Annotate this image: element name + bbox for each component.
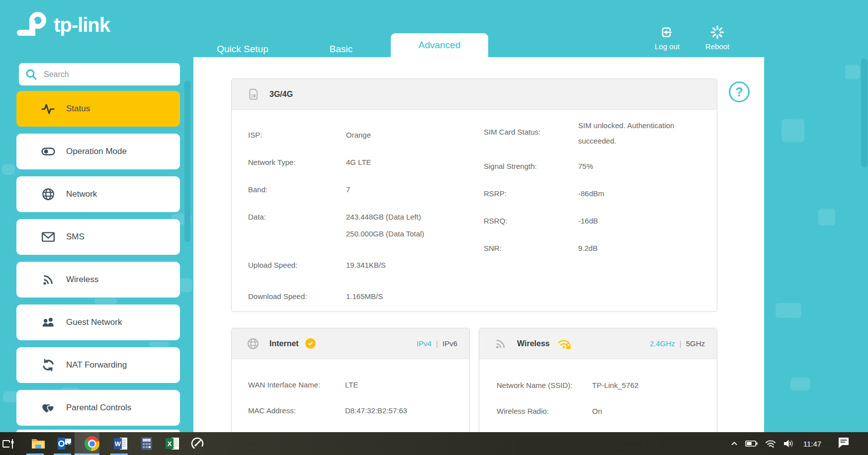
action-center-icon[interactable] [837,437,850,449]
gauge-app-icon[interactable] [187,434,207,454]
taskbar-clock[interactable]: 11:47 [797,432,827,455]
field-label: Wireless Radio: [497,407,549,415]
field-label: Band: [248,185,267,194]
field-label: Signal Strength: [484,162,537,170]
envelope-icon [41,230,55,244]
field-value: -86dBm [578,189,605,198]
people-icon [41,315,55,329]
field-value: 7 [346,185,350,194]
field-label: SNR: [484,244,502,252]
field-label: Download Speed: [248,292,307,301]
sidebar-item-guest-network[interactable]: Guest Network [16,304,180,340]
background-pattern-patch [781,119,804,142]
tray-wifi-icon[interactable] [764,438,777,450]
sidebar-item-label: Status [66,104,90,114]
advanced-content-area: ? 3G/4G ISP: Orange Network Type: 4G LTE… [193,57,764,432]
field-value: SIM unlocked. Authentication succeeded. [578,118,695,149]
sidebar-scrollbar[interactable] [184,80,190,242]
sidebar-item-wireless[interactable]: Wireless [16,262,180,298]
sidebar-item-label: Guest Network [66,317,122,327]
field-value: TP-Link_5762 [592,381,638,389]
sidebar-item-label: SMS [66,232,85,242]
hearts-icon [41,401,55,415]
sidebar-item-nat-forwarding[interactable]: NAT Forwarding [16,347,180,383]
tab-advanced[interactable]: Advanced [391,33,488,57]
excel-icon[interactable]: X [163,434,182,454]
reboot-button[interactable]: Reboot [690,24,745,51]
task-view-icon[interactable] [0,434,18,454]
field-label: SIM Card Status: [484,128,540,136]
internet-panel: Internet IPv4 | IPv6 WAN Interface Name:… [231,328,470,432]
windows-taskbar: W X [0,432,868,455]
sidebar-item-operation-mode[interactable]: Operation Mode [16,134,180,169]
field-value: On [592,407,602,415]
field-value: 4G LTE [346,158,371,166]
cellular-panel: 3G/4G ISP: Orange Network Type: 4G LTE B… [231,78,717,312]
field-value: D8:47:32:B2:57:63 [345,406,407,415]
ipv4-toggle[interactable]: IPv4 [417,339,432,348]
toggle-separator: | [680,339,682,348]
panel-title: 3G/4G [269,90,293,99]
sidebar-item-network[interactable]: Network [16,176,180,212]
ipv6-toggle[interactable]: IPv6 [442,339,457,348]
globe-icon [41,187,55,201]
toggle-separator: | [436,339,438,348]
tp-link-logo-mark [15,8,51,42]
internet-panel-header: Internet IPv4 | IPv6 [232,328,469,359]
tab-basic[interactable]: Basic [301,42,381,57]
logout-button[interactable]: Log out [640,24,694,51]
background-pattern-patch [149,342,169,347]
toggle-icon [41,145,55,158]
file-explorer-icon[interactable] [28,434,48,454]
calculator-icon[interactable] [137,434,157,454]
field-value: -16dB [578,217,598,225]
svg-text:W: W [115,440,121,448]
logout-label: Log out [640,42,694,51]
background-pattern-patch [2,164,15,175]
word-icon[interactable]: W [111,434,131,454]
sidebar-item-label: Wireless [66,275,98,285]
logo-text: tp-link [54,14,110,36]
field-label: WAN Interface Name: [248,380,320,389]
help-button[interactable]: ? [729,81,750,102]
field-label: RSRQ: [484,217,508,225]
sidebar-item-parental-controls[interactable]: Parental Controls [16,390,180,426]
background-pattern-patch [790,378,810,390]
field-label: Network Type: [248,158,296,166]
page-scrollbar[interactable] [861,59,868,167]
field-label: MAC Address: [248,406,296,415]
tray-battery-icon[interactable] [745,438,758,450]
tp-link-logo: tp-link [15,8,110,42]
svg-text:X: X [168,440,172,448]
background-pattern-patch [94,298,117,304]
search-input[interactable] [43,70,164,79]
wireless-panel-header: Wireless 2.4GHz | 5GHz [479,328,717,359]
cellular-panel-header: 3G/4G [232,79,717,110]
field-value: Orange [346,131,371,139]
tab-quick-setup[interactable]: Quick Setup [193,42,292,57]
field-value: 250.000GB (Data Total) [346,229,424,238]
connected-check-icon [305,338,316,349]
sidebar-item-status[interactable]: Status [16,91,180,127]
field-value: 75% [578,162,593,170]
logout-icon [640,24,694,41]
background-pattern-patch [776,303,801,318]
tray-volume-icon[interactable] [782,438,795,450]
field-label: Data: [248,213,266,221]
sidebar-item-label: Parental Controls [66,403,131,413]
globe-icon [247,337,260,350]
wireless-panel: Wireless 2.4GHz | 5GHz Network Name (SSI… [479,328,717,432]
outlook-icon[interactable] [55,434,75,454]
background-pattern-patch [845,65,860,79]
wifi-icon [494,337,507,350]
sidebar-item-sms[interactable]: SMS [16,219,180,255]
sim-card-icon [247,88,260,101]
band-5g-toggle[interactable]: 5GHz [686,339,705,348]
field-value: 19.341KB/S [346,261,386,269]
band-2g-toggle[interactable]: 2.4GHz [650,339,675,348]
background-pattern-patch [818,209,835,226]
sidebar-item-label: Network [66,189,97,199]
tray-chevron-up-icon[interactable] [728,438,741,450]
chrome-icon[interactable] [82,434,102,454]
reboot-label: Reboot [690,42,745,51]
